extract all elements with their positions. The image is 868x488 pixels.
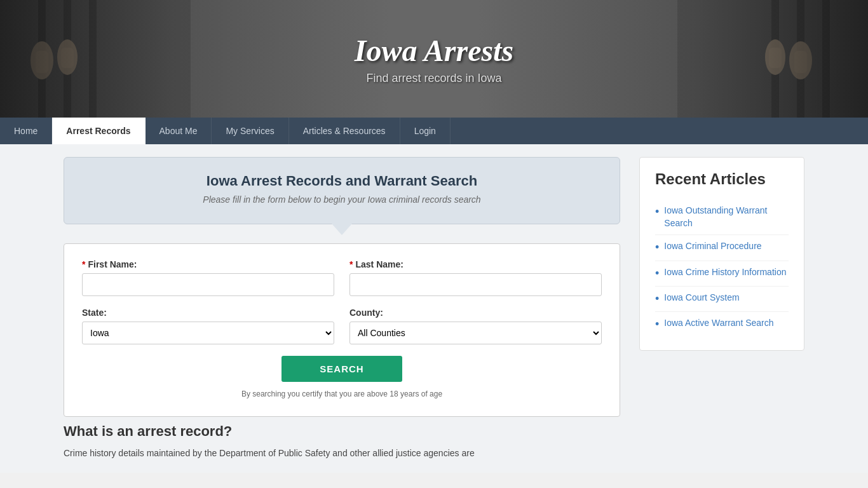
search-button[interactable]: SEARCH xyxy=(281,356,402,382)
sidebar-link-4[interactable]: Iowa Active Warrant Search xyxy=(664,317,773,330)
bullet-icon: • xyxy=(655,240,659,255)
list-item: • Iowa Active Warrant Search xyxy=(655,312,789,337)
bullet-icon: • xyxy=(655,205,659,219)
list-item: • Iowa Crime History Information xyxy=(655,261,789,287)
header-content: Iowa Arrests Find arrest records in Iowa xyxy=(355,33,513,85)
search-box-header: Iowa Arrest Records and Warrant Search P… xyxy=(64,157,620,224)
sidebar-link-1[interactable]: Iowa Criminal Procedure xyxy=(664,240,761,253)
article-title: What is an arrest record? xyxy=(64,423,620,440)
location-row: State: Iowa County: All Counties xyxy=(82,308,602,344)
search-box-title: Iowa Arrest Records and Warrant Search xyxy=(83,173,600,189)
first-name-input[interactable] xyxy=(82,273,334,296)
sidebar-article-list: • Iowa Outstanding Warrant Search • Iowa… xyxy=(655,200,789,337)
name-row: *First Name: *Last Name: xyxy=(82,259,602,296)
sidebar-link-2[interactable]: Iowa Crime History Information xyxy=(664,266,786,279)
site-header: Iowa Arrests Find arrest records in Iowa xyxy=(0,0,868,118)
main-nav: Home Arrest Records About Me My Services… xyxy=(0,118,868,144)
main-container: Iowa Arrest Records and Warrant Search P… xyxy=(0,144,868,473)
county-group: County: All Counties xyxy=(349,308,602,344)
bullet-icon: • xyxy=(655,317,659,332)
sidebar-card: Recent Articles • Iowa Outstanding Warra… xyxy=(639,157,804,351)
list-item: • Iowa Outstanding Warrant Search xyxy=(655,200,789,235)
search-form: *First Name: *Last Name: State: Iowa xyxy=(64,243,620,417)
first-name-label: *First Name: xyxy=(82,259,334,269)
last-name-input[interactable] xyxy=(349,273,602,296)
sidebar: Recent Articles • Iowa Outstanding Warra… xyxy=(639,157,804,460)
nav-home[interactable]: Home xyxy=(0,118,52,144)
state-label: State: xyxy=(82,308,334,318)
first-name-required: * xyxy=(82,259,85,269)
list-item: • Iowa Criminal Procedure xyxy=(655,235,789,261)
bullet-icon: • xyxy=(655,266,659,281)
list-item: • Iowa Court System xyxy=(655,287,789,312)
state-select[interactable]: Iowa xyxy=(82,322,334,344)
site-subtitle: Find arrest records in Iowa xyxy=(355,72,513,85)
county-label: County: xyxy=(349,308,602,318)
nav-articles-resources[interactable]: Articles & Resources xyxy=(289,118,400,144)
sidebar-title: Recent Articles xyxy=(655,170,789,188)
sidebar-link-3[interactable]: Iowa Court System xyxy=(664,292,739,304)
state-group: State: Iowa xyxy=(82,308,334,344)
search-button-wrap: SEARCH xyxy=(82,356,602,382)
site-title: Iowa Arrests xyxy=(355,33,513,68)
last-name-group: *Last Name: xyxy=(349,259,602,296)
last-name-required: * xyxy=(349,259,353,269)
nav-arrest-records[interactable]: Arrest Records xyxy=(52,118,145,144)
nav-about-me[interactable]: About Me xyxy=(146,118,212,144)
sidebar-link-0[interactable]: Iowa Outstanding Warrant Search xyxy=(664,205,789,229)
search-disclaimer: By searching you certify that you are ab… xyxy=(82,390,602,398)
county-select[interactable]: All Counties xyxy=(349,322,602,344)
last-name-label: *Last Name: xyxy=(349,259,602,269)
first-name-group: *First Name: xyxy=(82,259,334,296)
nav-login[interactable]: Login xyxy=(400,118,451,144)
content-area: Iowa Arrest Records and Warrant Search P… xyxy=(64,157,620,460)
search-box-subtitle: Please fill in the form below to begin y… xyxy=(83,194,600,205)
article-section: What is an arrest record? Crime history … xyxy=(64,417,620,460)
article-body: Crime history details maintained by the … xyxy=(64,446,620,460)
nav-my-services[interactable]: My Services xyxy=(212,118,288,144)
bullet-icon: • xyxy=(655,292,659,306)
